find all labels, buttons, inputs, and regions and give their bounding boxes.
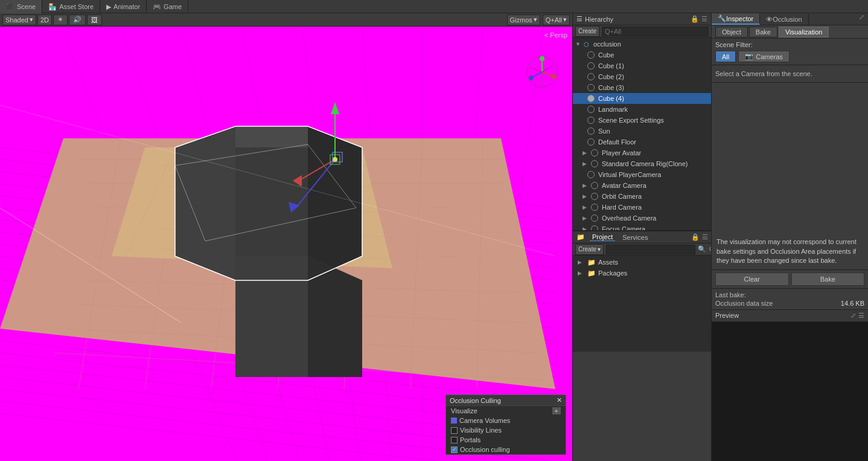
svg-point-78 [333,157,337,162]
preview-section: Preview ⤢ ☰ [712,310,868,461]
clear-button[interactable]: Clear [715,272,789,286]
hierarchy-titlebar: ☰ Hierarchy 🔒 ☰ [573,13,711,25]
tree-item-cube1-label: Cube (1) [598,62,624,69]
tree-item-player-avatar[interactable]: ▶ Player Avatar [573,147,711,158]
audio-btn[interactable]: 🔊 [69,15,86,25]
hierarchy-lock-icon[interactable]: 🔒 [691,15,699,23]
portals-label: Portals [460,436,480,443]
project-lock-icon[interactable]: 🔒 [691,233,700,241]
filter-all-btn[interactable]: All [715,51,736,62]
tab-project[interactable]: Project [590,233,615,241]
tab-asset-store[interactable]: 🏪 Asset Store [42,0,100,13]
hierarchy-toolbar: Create [573,25,711,37]
tree-item-default-floor[interactable]: Default Floor [573,137,711,147]
shading-dropdown[interactable]: Shaded ▾ [2,15,36,25]
game-tab-icon: 🎮 [153,0,161,13]
bake-actions: Clear Bake [712,270,868,289]
tree-item-virtual-player-camera[interactable]: Virtual PlayerCamera [573,169,711,180]
tree-item-cube3-label: Cube (3) [598,84,624,91]
add-visualize-btn[interactable]: + [552,407,561,414]
tree-item-cube3[interactable]: Cube (3) [573,82,711,93]
sub-tab-object[interactable]: Object [715,27,748,37]
hierarchy-root[interactable]: ▼ ⬡ occlusion [573,39,711,50]
all-dropdown[interactable]: Q+All ▾ [543,15,570,25]
hierarchy-create-btn[interactable]: Create [575,26,599,37]
tree-item-sun[interactable]: Sun [573,126,711,137]
tab-asset-store-label: Asset Store [59,0,94,13]
inspector-column: 🔧 Inspector 👁 Occlusion ⤢ Object Bake Vi… [711,13,868,461]
inspector-tab-inspector[interactable]: 🔧 Inspector [712,13,760,25]
tree-item-avatar-camera[interactable]: ▶ Avatar Camera [573,180,711,191]
tree-item-scene-export-settings[interactable]: Scene Export Settings [573,115,711,126]
tab-game-label: Game [164,0,182,13]
toolbar-right: Gizmos ▾ Q+All ▾ [507,15,570,25]
sub-tab-visualization[interactable]: Visualization [779,27,829,37]
filter-cameras-btn[interactable]: 📷 Cameras [738,51,790,62]
project-search[interactable] [606,245,695,254]
tree-item-overhead-camera[interactable]: ▶ Overhead Camera [573,213,711,224]
persp-label: < Persp [544,31,567,39]
project-menu-icon[interactable]: ☰ [702,233,708,241]
hierarchy-menu-icon[interactable]: ☰ [701,15,707,23]
tree-item-cube2[interactable]: Cube (2) [573,71,711,82]
overhead-camera-arrow: ▶ [582,215,590,221]
bake-button[interactable]: Bake [791,272,865,286]
vis-warning-text: The visualization may not correspond to … [716,238,857,264]
tree-item-hard-camera[interactable]: ▶ Hard Camera [573,202,711,213]
tab-services[interactable]: Services [620,234,650,241]
occlusion-culling-checkbox[interactable]: ✓ [451,446,458,453]
inspector-tab-occlusion[interactable]: 👁 Occlusion [760,13,808,25]
packages-folder-icon: 📁 [587,269,596,277]
hierarchy-project-column: ☰ Hierarchy 🔒 ☰ Create ▼ ⬡ occlusion [572,13,711,461]
tree-item-sun-label: Sun [598,127,610,135]
overhead-camera-dot [591,214,598,222]
tree-item-cube4[interactable]: Cube (4) [573,93,711,104]
tree-item-std-camera-rig[interactable]: ▶ Standard Camera Rig(Clone) [573,158,711,169]
tree-item-landmark[interactable]: Landmark [573,104,711,115]
scene-filter-label: Scene Filter: [715,41,864,48]
tree-item-cube4-label: Cube (4) [598,95,624,102]
tree-item-focus-camera[interactable]: ▶ Focus Camera [573,224,711,230]
svg-line-89 [530,67,542,72]
project-item-assets[interactable]: ▶ 📁 Assets [573,257,711,268]
visibility-lines-row: Visibility Lines [446,425,566,435]
preview-menu-icon[interactable]: ☰ [858,312,864,320]
project-item-packages[interactable]: ▶ 📁 Packages [573,268,711,279]
occlusion-culling-close-icon[interactable]: ✕ [557,396,562,404]
viewport-canvas[interactable]: < Persp [0,27,572,461]
dimension-dropdown[interactable]: 2D [37,15,52,25]
filter-cameras-label: Cameras [756,53,783,60]
tab-animator-label: Animator [113,0,140,13]
project-create-btn[interactable]: Create ▾ [575,244,604,255]
tab-scene[interactable]: ⬛ Scene [0,0,42,13]
inspector-maximize-icon[interactable]: ⤢ [855,13,868,25]
svg-point-83 [540,56,544,61]
tab-game[interactable]: 🎮 Game [147,0,188,13]
sub-tab-bake[interactable]: Bake [749,27,777,37]
portals-checkbox[interactable] [451,437,458,443]
preview-maximize-icon[interactable]: ⤢ [850,312,856,320]
cube1-dot [587,62,595,69]
tree-item-orbit-camera[interactable]: ▶ Orbit Camera [573,191,711,202]
hierarchy-search[interactable] [602,27,709,36]
tree-item-cube1[interactable]: Cube (1) [573,60,711,71]
gizmo-widget[interactable] [524,54,560,90]
assets-folder-icon: 📁 [587,259,596,266]
svg-marker-66 [235,256,308,377]
hierarchy-panel: ☰ Hierarchy 🔒 ☰ Create ▼ ⬡ occlusion [573,13,711,231]
inspector-spacer [712,83,868,234]
avatar-camera-arrow: ▶ [582,182,590,189]
dimension-label: 2D [40,16,49,24]
assets-expand-arrow: ▶ [578,259,585,265]
tree-item-cube[interactable]: Cube [573,50,711,60]
project-tab-bar: 📁 Project Services 🔒 ☰ [573,231,711,243]
lighting-btn[interactable]: ☀ [53,15,68,25]
shading-dropdown-arrow: ▾ [30,16,33,24]
visibility-lines-checkbox[interactable] [451,427,458,434]
project-tree: ▶ 📁 Assets ▶ 📁 Packages [573,256,711,352]
project-titlebar-actions: 🔒 ☰ [655,233,708,241]
tab-animator[interactable]: ▶ Animator [100,0,147,13]
gizmos-dropdown[interactable]: Gizmos ▾ [507,15,540,25]
project-item-packages-label: Packages [598,269,627,277]
effects-btn[interactable]: 🖼 [87,15,102,25]
